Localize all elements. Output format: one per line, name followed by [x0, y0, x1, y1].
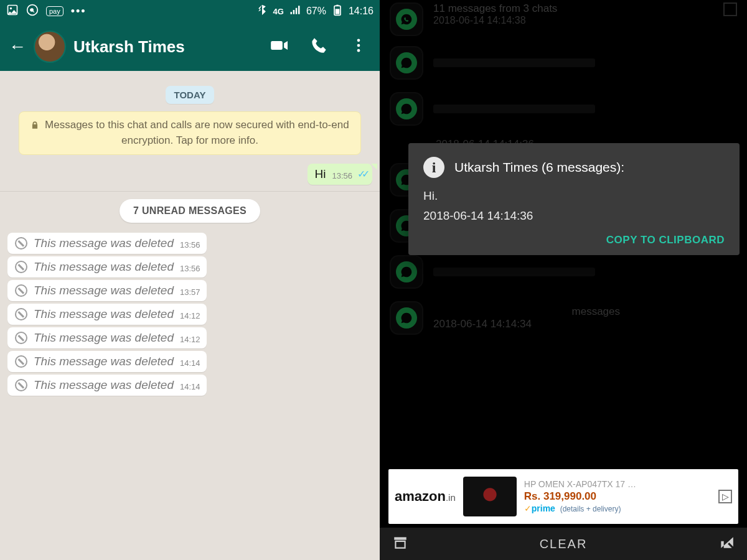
ad-thumbnail — [463, 477, 517, 516]
svg-rect-5 — [336, 9, 340, 14]
archive-button[interactable] — [392, 534, 408, 554]
pay-status-icon: pay — [46, 6, 63, 16]
more-status-icon: ••• — [71, 5, 87, 18]
message-row-deleted[interactable]: This message was deleted13:57 — [7, 280, 372, 301]
network-type: 4G — [273, 7, 284, 16]
android-status-bar: pay ••• 4G 67% 14:16 — [0, 0, 380, 22]
message-time: 14:12 — [180, 335, 200, 345]
bluetooth-icon — [256, 4, 268, 19]
svg-point-7 — [357, 44, 360, 47]
message-row-deleted[interactable]: This message was deleted14:12 — [7, 327, 372, 348]
ad-price: Rs. 319,990.00 — [524, 490, 636, 503]
dialog-title: Utkarsh Times (6 messages): — [454, 160, 624, 175]
battery-icon — [331, 4, 344, 19]
message-time: 13:56 — [180, 264, 200, 274]
log-header-title: 11 messages from 3 chats — [433, 2, 713, 15]
whatsapp-status-icon — [26, 4, 39, 19]
svg-point-1 — [10, 7, 12, 9]
svg-rect-4 — [336, 5, 338, 6]
deleted-icon — [15, 332, 27, 344]
ad-prime: prime — [532, 503, 555, 513]
info-dialog: i Utkarsh Times (6 messages): Hi. 2018-0… — [408, 143, 740, 255]
chat-app-bar: ← Utkarsh Times — [0, 22, 380, 71]
message-time: 13:56 — [180, 240, 200, 250]
lock-icon — [31, 119, 39, 134]
message-row-deleted[interactable]: This message was deleted14:14 — [7, 351, 372, 372]
message-row-outgoing[interactable]: Hi 13:56 ✓✓ — [7, 164, 372, 185]
deleted-icon — [15, 237, 27, 250]
log-row[interactable]: messages 2018-06-14 14:14:34 — [380, 295, 747, 341]
encryption-text: Messages to this chat and calls are now … — [45, 119, 349, 146]
more-menu-button[interactable] — [350, 37, 367, 57]
message-text: This message was deleted — [34, 307, 174, 321]
clear-button[interactable]: CLEAR — [540, 537, 588, 551]
message-text: Hi — [315, 167, 326, 181]
unread-count-pill: 7 UNREAD MESSAGES — [120, 199, 260, 223]
message-time: 13:57 — [180, 287, 200, 297]
contact-avatar[interactable] — [34, 30, 66, 63]
log-row[interactable] — [380, 249, 747, 295]
message-time: 13:56 — [332, 171, 352, 181]
deleted-icon — [15, 355, 27, 368]
deleted-icon — [15, 308, 27, 320]
ad-product: HP OMEN X-AP047TX 17 … — [524, 479, 636, 490]
log-header: 11 messages from 3 chats 2018-06-14 14:1… — [380, 0, 747, 40]
message-row-deleted[interactable]: This message was deleted14:12 — [7, 304, 372, 325]
log-row[interactable] — [380, 86, 747, 132]
message-text: This message was deleted — [34, 284, 174, 297]
message-row-deleted[interactable]: This message was deleted13:56 — [7, 233, 372, 254]
clock: 14:16 — [349, 6, 374, 17]
message-time: 14:14 — [180, 382, 200, 392]
log-row-placeholder — [433, 58, 595, 67]
select-checkbox[interactable] — [723, 2, 737, 16]
message-row-deleted[interactable]: This message was deleted14:14 — [7, 375, 372, 396]
ad-meta: HP OMEN X-AP047TX 17 … Rs. 319,990.00 ✓p… — [524, 479, 636, 514]
dialog-line-1: Hi. — [423, 189, 725, 203]
whatsapp-app-icon — [390, 301, 423, 335]
battery-percent: 67% — [306, 6, 326, 17]
log-row-placeholder — [433, 105, 595, 113]
log-row-placeholder — [433, 268, 595, 276]
whatsapp-app-icon — [390, 2, 423, 36]
notification-log-pane: 11 messages from 3 chats 2018-06-14 14:1… — [380, 0, 747, 560]
gallery-icon — [6, 4, 19, 19]
whatsapp-app-icon — [390, 92, 423, 126]
svg-rect-9 — [394, 537, 406, 539]
video-call-button[interactable] — [270, 37, 288, 57]
message-text: This message was deleted — [34, 331, 174, 345]
whatsapp-chat-pane: pay ••• 4G 67% 14:16 ← Utkarsh Times — [0, 0, 380, 560]
log-row[interactable] — [380, 40, 747, 86]
message-time: 14:12 — [180, 311, 200, 321]
message-row-deleted[interactable]: This message was deleted13:56 — [7, 256, 372, 278]
ad-details: (details + delivery) — [560, 505, 621, 513]
message-text: This message was deleted — [34, 236, 174, 250]
message-text: This message was deleted — [34, 378, 174, 392]
back-button[interactable]: ← — [9, 37, 26, 57]
info-icon: i — [423, 157, 444, 178]
voice-call-button[interactable] — [310, 37, 327, 57]
ad-banner[interactable]: amazon.in HP OMEN X-AP047TX 17 … Rs. 319… — [388, 469, 738, 524]
whatsapp-app-icon — [390, 255, 423, 289]
deleted-icon — [15, 379, 27, 391]
contact-name[interactable]: Utkarsh Times — [73, 37, 263, 57]
bottom-action-bar: CLEAR — [380, 528, 747, 560]
chat-scroll-area[interactable]: TODAY Messages to this chat and calls ar… — [0, 71, 380, 560]
signal-icon — [289, 4, 301, 19]
log-header-time: 2018-06-14 14:14:38 — [433, 15, 713, 26]
section-divider — [0, 191, 380, 192]
read-ticks-icon: ✓✓ — [357, 168, 366, 180]
share-button[interactable] — [718, 534, 735, 554]
encryption-notice[interactable]: Messages to this chat and calls are now … — [19, 111, 361, 155]
log-row-time: 2018-06-14 14:14:34 — [433, 318, 620, 330]
message-text: This message was deleted — [34, 260, 174, 274]
deleted-icon — [15, 284, 27, 297]
log-row-title: messages — [433, 306, 620, 318]
deleted-icon — [15, 261, 27, 273]
whatsapp-app-icon — [390, 46, 423, 80]
message-time: 14:14 — [180, 358, 200, 368]
ad-brand: amazon.in — [395, 488, 456, 505]
copy-to-clipboard-button[interactable]: COPY TO CLIPBOARD — [423, 234, 725, 246]
svg-point-6 — [357, 39, 360, 42]
adchoices-icon[interactable]: ▷ — [718, 490, 732, 503]
message-text: This message was deleted — [34, 355, 174, 368]
